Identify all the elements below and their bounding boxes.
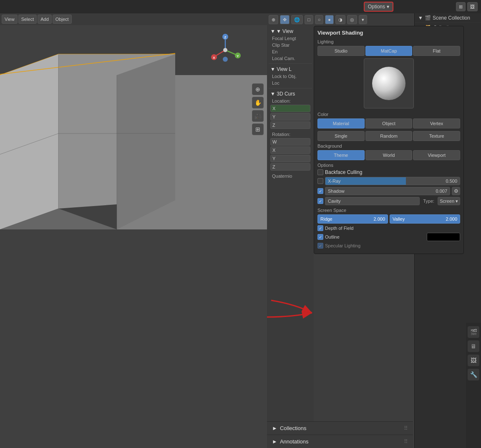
cavity-checkbox[interactable]: ✓ — [317, 198, 323, 204]
ry-input[interactable]: Y — [270, 155, 310, 162]
object-btn[interactable]: Object — [365, 118, 413, 128]
screen-label: Screen — [440, 199, 454, 204]
vertex-btn[interactable]: Vertex — [413, 118, 460, 128]
world-btn[interactable]: World — [365, 150, 413, 160]
x-input[interactable]: X — [270, 105, 310, 112]
svg-marker-4 — [117, 54, 175, 229]
dropdown-arrow: ▾ — [456, 199, 458, 204]
props-icon4[interactable]: 🔧 — [468, 369, 479, 380]
rx-input[interactable]: X — [270, 146, 310, 154]
camera-tool[interactable]: 🎥 — [252, 110, 264, 122]
collections-header[interactable]: ► Collections ⠿ — [267, 422, 413, 435]
viewport[interactable]: View Select Add Object Z Y X ⊕ ✋ 🎥 — [0, 0, 267, 448]
xray-label: X-Ray — [328, 179, 341, 184]
shadow-field[interactable]: Shadow 0.007 — [325, 187, 450, 195]
valley-field[interactable]: Valley 2.000 — [390, 214, 460, 224]
select-menu[interactable]: Select — [18, 15, 37, 24]
shadow-row: ✓ Shadow 0.007 ⚙ — [317, 187, 460, 195]
ry-label: Y — [272, 156, 275, 161]
zoom-tool[interactable]: ⊕ — [252, 83, 264, 95]
shadow-checkbox[interactable]: ✓ — [317, 188, 323, 194]
shading-wire[interactable]: □ — [305, 15, 313, 24]
object-menu[interactable]: Object — [53, 15, 72, 24]
valley-label: Valley — [393, 216, 405, 221]
shading-render[interactable]: ◑ — [335, 15, 345, 24]
add-menu[interactable]: Add — [38, 15, 52, 24]
focal-length-row: Focal Lengt — [269, 35, 312, 42]
backface-checkbox[interactable] — [317, 169, 323, 175]
flat-btn[interactable]: Flat — [413, 46, 460, 56]
shadow-gear[interactable]: ⚙ — [452, 187, 460, 195]
annotations-header[interactable]: ► Annotations ⠿ — [267, 435, 413, 448]
single-btn[interactable]: Single — [317, 131, 365, 141]
shading-extra[interactable]: ◎ — [347, 15, 357, 24]
ridge-field[interactable]: Ridge 2.000 — [317, 214, 388, 224]
z-label: Z — [272, 123, 275, 128]
quaternion-label: Quaternio — [272, 174, 292, 179]
z-input-row: Z — [269, 121, 312, 129]
material-btn[interactable]: Material — [317, 118, 365, 128]
cavity-field[interactable]: Cavity — [325, 197, 420, 205]
svg-text:Y: Y — [237, 54, 239, 58]
svg-text:X: X — [213, 56, 215, 60]
rz-input[interactable]: Z — [270, 163, 310, 171]
specular-label: Specular Lighting — [325, 243, 360, 248]
grab-tool[interactable]: ✋ — [252, 97, 264, 108]
lighting-buttons: Studio MatCap Flat — [317, 46, 460, 56]
loc-row: Loc — [269, 80, 312, 86]
view-lock-header[interactable]: ▼ View L — [269, 65, 312, 73]
view-section-header[interactable]: ▼ ▼ View — [269, 28, 312, 35]
viewport-icon[interactable]: ⊕ — [269, 15, 278, 24]
render-icon[interactable]: 🖼 — [467, 2, 478, 11]
valley-value: 2.000 — [446, 216, 457, 221]
annotations-grid-dots: ⠿ — [404, 438, 408, 445]
loc-label: Loc — [272, 81, 280, 86]
type-label: Type: — [423, 199, 434, 204]
random-btn[interactable]: Random — [365, 131, 413, 141]
xray-slider[interactable]: X-Ray 0.500 — [325, 177, 460, 185]
view-lock-label: ▼ View L — [270, 66, 292, 72]
w-input[interactable]: W — [270, 138, 310, 146]
shading-solid[interactable]: ○ — [315, 15, 324, 24]
viewport-bg-btn[interactable]: Viewport — [413, 150, 460, 160]
outline-checkbox[interactable]: ✓ — [317, 234, 323, 240]
studio-btn[interactable]: Studio — [317, 46, 365, 56]
outline-color[interactable] — [427, 233, 460, 241]
dof-checkbox[interactable]: ✓ — [317, 225, 323, 231]
props-icon3[interactable]: 🖼 — [468, 355, 479, 366]
screen-dropdown[interactable]: Screen ▾ — [438, 197, 460, 205]
matcap-preview[interactable] — [364, 58, 414, 108]
props-icon1[interactable]: 🎬 — [468, 326, 479, 338]
snap-icon[interactable]: 🌐 — [291, 15, 303, 24]
theme-btn[interactable]: Theme — [317, 150, 365, 160]
shading-chevron[interactable]: ▾ — [359, 15, 367, 24]
xray-checkbox[interactable] — [317, 178, 323, 184]
texture-btn[interactable]: Texture — [413, 131, 460, 141]
specular-checkbox[interactable]: ✓ — [317, 243, 323, 249]
lighting-label: Lighting — [317, 39, 460, 44]
divider1 — [269, 63, 312, 64]
cursor-3d-header[interactable]: ▼ 3D Curs — [269, 90, 312, 98]
svg-text:Z: Z — [224, 35, 227, 39]
quaternion-row: Quaternio — [269, 173, 312, 179]
xray-row: X-Ray 0.500 — [317, 177, 460, 185]
annotations-section: ► Annotations ⠿ — [267, 435, 413, 448]
end-row: En — [269, 48, 312, 55]
options-button[interactable]: Options ▾ — [364, 2, 393, 12]
transform-icon[interactable]: ✥ — [280, 15, 290, 24]
matcap-btn[interactable]: MatCap — [365, 46, 413, 56]
shading-panel: Viewport Shading Lighting Studio MatCap … — [314, 26, 464, 254]
props-icon2[interactable]: 🖥 — [468, 340, 479, 352]
y-input[interactable]: Y — [270, 113, 310, 121]
shading-panel-title: Viewport Shading — [317, 30, 460, 36]
collections-section: ► Collections ⠿ — [267, 421, 413, 435]
grid-tool[interactable]: ⊞ — [252, 123, 264, 135]
options-label: Options — [368, 4, 385, 10]
view-menu[interactable]: View — [2, 15, 18, 24]
xray-value: 0.500 — [446, 179, 457, 184]
gizmo[interactable]: Z Y X — [209, 33, 242, 67]
layout-icon[interactable]: ⊞ — [456, 2, 466, 11]
shading-look[interactable]: ● — [325, 15, 334, 24]
outline-row: ✓ Outline — [317, 233, 460, 241]
z-input[interactable]: Z — [270, 121, 310, 129]
